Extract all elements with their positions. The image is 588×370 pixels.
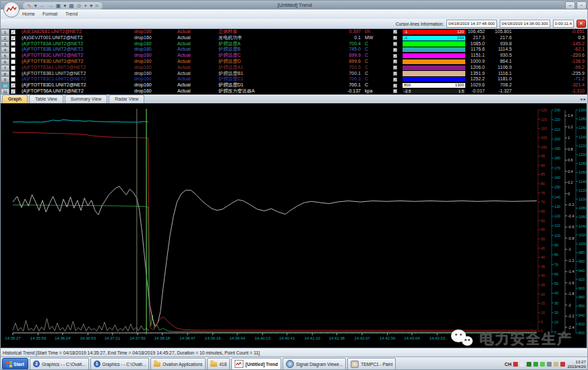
table-row[interactable]: 8(A)FTOTT83B1.UNIT2@NET2drop160Actual炉膛温… [1, 71, 588, 77]
tab-scroll-arrows[interactable]: ◂ ▸ [580, 95, 586, 103]
scale-checkbox[interactable]: ✓ [393, 35, 401, 41]
tab-table-view[interactable]: Table View [29, 95, 63, 103]
taskbar-button[interactable]: 418 [207, 358, 230, 370]
table-row[interactable]: 4(A)FTOTT83B.UNIT2@NET2drop160Actual炉膛温度… [1, 47, 588, 53]
signal-name: (A)E3A82681.UNIT2@NET2 [22, 29, 129, 35]
back-arrow-icon[interactable]: ← [40, 2, 45, 9]
row-number[interactable]: 9 [1, 76, 9, 82]
menu-format[interactable]: Format [40, 9, 60, 19]
add-icon[interactable]: + [84, 2, 88, 9]
menu-home[interactable]: Home [20, 9, 38, 19]
signal-wave-icon[interactable]: ≈ [95, 2, 98, 9]
scale-checkbox[interactable]: ✓ [393, 65, 401, 71]
table-row[interactable]: 3(A)FTOTT83A.UNIT2@NET2drop160Actual炉膛温度… [1, 41, 588, 47]
window-icon[interactable]: ▣ [56, 2, 61, 9]
plot-checkbox[interactable]: ✓ [11, 29, 19, 35]
close-cursor-info-button[interactable]: ✕ [577, 20, 586, 28]
current-value: 699.6 [308, 59, 361, 65]
plot-checkbox[interactable] [11, 41, 19, 47]
start-button[interactable]: Start [2, 358, 28, 370]
scale-checkbox[interactable]: ✓ [393, 47, 401, 53]
plot-checkbox[interactable]: ✓ [11, 35, 19, 41]
time-axis-label: 14:39:44 [227, 336, 247, 341]
plot-checkbox[interactable]: ✓ [11, 82, 19, 88]
table-row[interactable]: 2✓(A)GEVJT001.UNIT2@NET2drop160Actual发电机… [1, 35, 588, 41]
cursor-delta-field[interactable]: 0:00:11.4 [553, 20, 574, 28]
plot-checkbox[interactable] [11, 71, 19, 77]
table-row[interactable]: 11✓(A)FTOPT56A.UNIT2@NET2drop160Actual炉膛… [1, 88, 588, 95]
scale-checkbox[interactable]: ✓ [393, 41, 401, 47]
tray-icon-device[interactable] [547, 362, 552, 367]
scale-checkbox[interactable]: ✓ [393, 29, 401, 35]
tray-icon-update[interactable] [554, 362, 558, 367]
table-row[interactable]: 10✓(A)FTOTT83D1.UNIT2@NET2drop160Actual炉… [1, 82, 588, 88]
tray-icon-ovation[interactable] [533, 362, 538, 367]
plot-checkbox[interactable] [11, 53, 19, 59]
row-number[interactable]: 8 [1, 71, 9, 77]
forward-arrow-icon[interactable]: → [48, 2, 53, 9]
tray-icon-network[interactable] [527, 362, 531, 367]
taskbar-button-label: Signal Diagram Viewe... [296, 362, 343, 367]
dropdown-icon[interactable]: ▾ [63, 2, 66, 9]
dropdown-icon[interactable]: ▾ [34, 2, 37, 9]
scale-checkbox[interactable]: ✓ [393, 53, 401, 59]
scale-checkbox[interactable]: ✓ [393, 59, 401, 65]
maximize-button[interactable]: ▫ [577, 1, 587, 9]
taskbar-button[interactable]: Signal Diagram Viewe... [283, 358, 346, 370]
clock[interactable]: 13:27 2019/4/20 [567, 359, 586, 369]
view-tab-bar: Graph Table View Summary View Radar View… [1, 95, 588, 104]
row-number[interactable]: 1 [1, 29, 9, 35]
plot-checkbox[interactable]: ✓ [11, 88, 19, 95]
tray-icon-antivirus[interactable] [513, 362, 518, 367]
grid-icon[interactable]: ▦ [69, 2, 74, 9]
plot-checkbox[interactable] [11, 76, 19, 82]
taskbar-button[interactable]: Ovation Applications [150, 358, 206, 370]
table-row[interactable]: 1✓(A)E3A82681.UNIT2@NET2drop160Actual总燃料… [1, 29, 588, 35]
row-number[interactable]: 7 [1, 65, 9, 71]
row-number[interactable]: 6 [1, 59, 9, 65]
tray-icon-flag[interactable] [520, 362, 525, 367]
row-number[interactable]: 2 [1, 35, 9, 41]
minimize-button[interactable]: – [565, 1, 575, 9]
time-axis-label: 14:38:47 [177, 336, 198, 341]
plot-checkbox[interactable] [11, 47, 19, 53]
cursor1-time-field[interactable]: 04/18/2019 14:37:48.900 [446, 20, 497, 28]
scale-checkbox[interactable]: ✓ [393, 76, 401, 82]
tab-graph[interactable]: Graph [2, 95, 28, 103]
row-number[interactable]: 4 [1, 47, 9, 53]
tray-icon-alert[interactable] [560, 362, 565, 367]
scale-checkbox[interactable]: ✓ [393, 71, 401, 77]
taskbar-button[interactable]: 2Graphics - - C:\Ovati... [30, 358, 89, 370]
taskbar-button[interactable]: 1Graphics - - C:\Ovati... [90, 358, 150, 370]
cursor2-time-field[interactable]: 04/18/2019 14:38:00.300 [500, 20, 550, 28]
taskbar-button[interactable]: [Untitled] Trend [231, 358, 281, 370]
app-menu-button[interactable] [3, 1, 20, 18]
plot-checkbox[interactable] [11, 65, 19, 71]
row-number[interactable]: 11 [1, 88, 9, 95]
table-row[interactable]: 6(A)FTOTT83D.UNIT2@NET2drop160Actual炉膛温度… [1, 59, 588, 65]
scale-checkbox[interactable]: ✓ [393, 82, 401, 88]
language-indicator[interactable]: CH [504, 362, 511, 367]
table-row[interactable]: 9(A)FTOTT83C1.UNIT2@NET2drop160Actual炉膛温… [1, 76, 588, 82]
trend-graph-panel[interactable]: 14:35:2714:35:5614:36:2414:36:5314:37:21… [1, 103, 588, 348]
tray-icon-status[interactable] [540, 362, 545, 367]
row-number[interactable]: 3 [1, 41, 9, 47]
color-scale-bar: -1120 [403, 30, 465, 34]
scale-checkbox[interactable]: ✓ [393, 88, 401, 95]
current-value: 700.1 [308, 71, 361, 77]
tab-summary-view[interactable]: Summary View [65, 95, 108, 103]
row-number[interactable]: 5 [1, 53, 9, 59]
unit-label: t/h [365, 29, 388, 35]
plot-checkbox[interactable] [11, 59, 19, 65]
table-row[interactable]: 7(A)FTOTT83A1.UNIT2@NET2drop160Actual炉膛温… [1, 65, 588, 71]
dropdown-icon[interactable]: ▾ [90, 2, 92, 9]
zoom-icon[interactable]: ⊙ [77, 2, 82, 9]
trend-chart-icon[interactable]: ∿ [27, 2, 32, 9]
menu-trend[interactable]: Trend [63, 9, 80, 19]
trend-plot[interactable] [1, 103, 588, 348]
taskbar-button[interactable]: TEMPC1 - Paint [347, 358, 396, 370]
kpa-axis-tick-label: 0 [568, 192, 570, 196]
tab-radar-view[interactable]: Radar View [109, 95, 144, 103]
table-row[interactable]: 5(A)FTOTT83C.UNIT2@NET2drop160Actual炉膛温度… [1, 53, 588, 59]
row-number[interactable]: 10 [1, 82, 9, 88]
